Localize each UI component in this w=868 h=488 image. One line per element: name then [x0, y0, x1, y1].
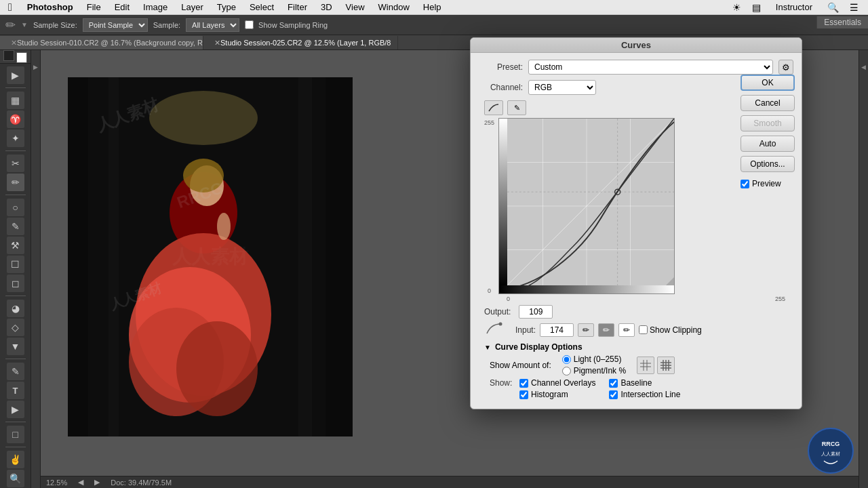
tool-brush[interactable]: ✎	[7, 218, 24, 235]
show-sampling-ring-checkbox[interactable]	[245, 20, 254, 29]
check-histogram[interactable]: Histogram	[519, 390, 595, 399]
tab-1[interactable]: ✕ Studio Session-025.CR2 @ 12.5% (Layer …	[203, 36, 398, 49]
check-intersection-line[interactable]: Intersection Line	[609, 390, 685, 399]
tool-move[interactable]: ▶	[7, 66, 24, 84]
tool-blur[interactable]: ◇	[7, 319, 24, 336]
curve-graph[interactable]	[498, 118, 675, 294]
search-icon[interactable]: 🔍	[825, 2, 842, 13]
grid-small-btn[interactable]	[637, 357, 654, 374]
y-min-label: 0	[488, 287, 491, 294]
tool-hand[interactable]: ✌	[7, 451, 24, 468]
tool-heal[interactable]: ○	[7, 199, 24, 216]
tool-quick-select[interactable]: ✦	[7, 129, 24, 147]
menu-filter[interactable]: Filter	[281, 2, 314, 12]
battery-icon: ▤	[749, 2, 764, 13]
baseline-checkbox[interactable]	[609, 379, 618, 388]
show-clipping-label[interactable]: Show Clipping	[639, 325, 702, 335]
white-point-eyedropper[interactable]: ✏	[618, 323, 635, 337]
ok-button[interactable]: OK	[741, 75, 795, 91]
tool-separator-4	[5, 296, 26, 296]
list-icon[interactable]: ☰	[847, 2, 861, 13]
black-point-eyedropper[interactable]: ✏	[578, 323, 594, 337]
sample-size-select[interactable]: Point Sample	[83, 18, 148, 32]
tool-eyedropper[interactable]: ✏	[7, 174, 24, 191]
tab-0[interactable]: ✕ Studio Session-010.CR2 @ 16.7% (Backgr…	[0, 36, 203, 49]
tool-dodge[interactable]: ▼	[7, 338, 24, 355]
sample-select[interactable]: All Layers	[186, 18, 239, 32]
show-sampling-ring-label[interactable]: Show Sampling Ring	[245, 20, 328, 29]
tab-0-close[interactable]: ✕	[11, 39, 17, 47]
tool-eraser[interactable]: ◻	[7, 274, 24, 292]
menu-type[interactable]: Type	[210, 2, 243, 12]
check-baseline[interactable]: Baseline	[609, 378, 685, 388]
check-channel-overlays[interactable]: Channel Overlays	[519, 378, 595, 388]
doc-size: Doc: 39.4M/79.5M	[111, 479, 172, 487]
x-min-label: 0	[507, 296, 510, 302]
tool-zoom[interactable]: 🔍	[7, 470, 24, 487]
radio-pigment[interactable]: Pigment/Ink %	[562, 366, 626, 375]
svg-rect-4	[298, 77, 312, 436]
menu-image[interactable]: Image	[136, 2, 174, 12]
tool-shape[interactable]: □	[7, 426, 24, 443]
canvas-image: 人人素材	[68, 77, 353, 436]
input-value-input[interactable]	[540, 323, 574, 337]
input-label: Input:	[515, 325, 536, 335]
y-gradient-bar	[499, 119, 507, 285]
intersection-line-checkbox[interactable]	[609, 390, 618, 399]
collapse-right-arrow[interactable]: ◀	[861, 64, 866, 70]
svg-point-7	[149, 91, 258, 145]
channel-label: Channel:	[479, 83, 523, 92]
tool-path-select[interactable]: ▶	[7, 401, 24, 418]
menu-instructor[interactable]: Instructor	[769, 2, 819, 12]
menu-select[interactable]: Select	[243, 2, 281, 12]
tool-separator-6	[5, 422, 26, 422]
menu-photoshop[interactable]: Photoshop	[20, 2, 80, 12]
tool-history-brush[interactable]: ☐	[7, 256, 24, 273]
menu-3d[interactable]: 3D	[314, 2, 339, 12]
curve-pencil-btn[interactable]: ✎	[507, 100, 526, 115]
collapse-left-arrow[interactable]: ▶	[33, 64, 38, 70]
tool-pen[interactable]: ✎	[7, 363, 24, 380]
menu-layer[interactable]: Layer	[174, 2, 210, 12]
grid-large-btn[interactable]	[657, 357, 675, 374]
menu-view[interactable]: View	[339, 2, 372, 12]
curve-input-icon	[484, 321, 503, 336]
preset-gear-button[interactable]: ⚙	[778, 60, 793, 75]
show-clipping-checkbox[interactable]	[639, 325, 648, 334]
tool-gradient[interactable]: ◕	[7, 300, 24, 317]
tab-1-close[interactable]: ✕	[214, 39, 220, 47]
grid-btn-group	[637, 357, 675, 374]
tool-clone[interactable]: ⚒	[7, 237, 24, 254]
nav-arrow-right[interactable]: ▶	[94, 478, 100, 487]
output-value-input[interactable]	[519, 305, 553, 319]
nav-arrow-left[interactable]: ◀	[78, 478, 83, 487]
histogram-checkbox[interactable]	[519, 390, 528, 399]
gray-point-eyedropper[interactable]: ✏	[598, 323, 614, 337]
menu-edit[interactable]: Edit	[108, 2, 136, 12]
apple-menu[interactable]: 	[0, 1, 20, 14]
cancel-button[interactable]: Cancel	[741, 95, 795, 111]
background-swatch[interactable]	[16, 52, 27, 63]
curve-display-header[interactable]: ▼ Curve Display Options	[484, 342, 788, 352]
menu-window[interactable]: Window	[372, 2, 416, 12]
menu-help[interactable]: Help	[416, 2, 448, 12]
svg-point-14	[183, 159, 224, 192]
channel-overlays-checkbox[interactable]	[519, 379, 528, 388]
tool-type[interactable]: T	[7, 382, 24, 399]
curve-draw-btn[interactable]	[484, 100, 503, 115]
radio-light-input[interactable]	[562, 355, 571, 364]
display-options-triangle[interactable]: ▼	[484, 344, 491, 351]
radio-pigment-input[interactable]	[562, 367, 571, 375]
tool-crop[interactable]: ✂	[7, 155, 24, 172]
menu-file[interactable]: File	[80, 2, 108, 12]
preset-select[interactable]: Custom Default Strong Contrast Linear Co…	[528, 60, 773, 75]
essentials-button[interactable]: Essentials	[816, 16, 868, 28]
channel-select[interactable]: RGB Red Green Blue	[528, 80, 596, 95]
svg-rect-2	[326, 77, 353, 436]
tool-selection-rect[interactable]: ▦	[7, 92, 24, 109]
zoom-level: 12.5%	[46, 479, 67, 487]
tool-lasso[interactable]: ♈	[7, 110, 24, 128]
foreground-swatch[interactable]	[3, 50, 14, 61]
radio-light[interactable]: Light (0–255)	[562, 354, 626, 364]
show-amount-label: Show Amount of:	[490, 361, 551, 370]
